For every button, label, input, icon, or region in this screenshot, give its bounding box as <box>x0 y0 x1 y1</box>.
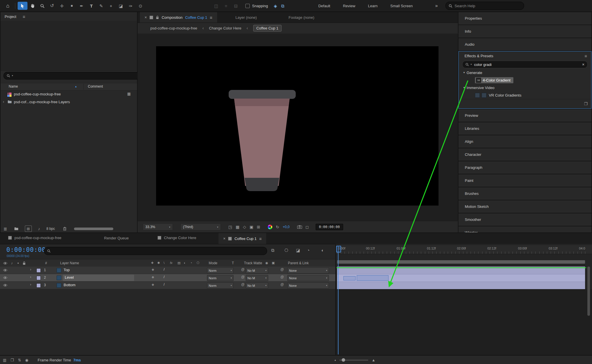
work-area-bar[interactable] <box>337 260 585 264</box>
toggle-switches-icon[interactable]: ▥ <box>3 358 6 362</box>
collapse-switch-icon[interactable]: ❖ <box>151 276 154 279</box>
search-options-caret-icon[interactable]: ▾ <box>12 75 13 77</box>
timeline-search-input[interactable] <box>52 249 264 254</box>
panel-header-properties[interactable]: Properties <box>458 12 591 25</box>
effects-group-generate[interactable]: ▾ Generate <box>459 69 591 76</box>
layer-bar-level[interactable] <box>337 274 585 282</box>
snapshot-camera-icon[interactable] <box>297 225 302 229</box>
workspace-tab-small-screen[interactable]: Small Screen <box>390 4 412 8</box>
tab-layer[interactable]: Layer (none) <box>236 15 257 20</box>
column-layer-name[interactable]: Layer Name <box>60 261 79 265</box>
project-panel-menu-icon[interactable]: ≡ <box>23 14 25 19</box>
timeline-tab-coffee-cup-active[interactable]: × Coffee Cup 1 ≡ <box>219 233 266 244</box>
project-panel-title[interactable]: Project <box>5 14 16 19</box>
trash-icon[interactable] <box>63 227 66 231</box>
column-name[interactable]: Name <box>9 84 18 88</box>
effects-group-immersive-video[interactable]: ▾ Immersive Video <box>459 84 591 91</box>
brush-tool-button[interactable]: ✎ <box>96 2 106 10</box>
panel-header-paragraph[interactable]: Paragraph <box>458 161 591 174</box>
composition-flowchart-icon[interactable]: ⧉ <box>271 248 274 252</box>
lock-icon[interactable] <box>156 16 159 19</box>
panel-header-brushes[interactable]: Brushes <box>458 187 591 200</box>
quality-switch-icon[interactable]: / <box>164 283 164 286</box>
column-t[interactable]: T <box>232 261 234 265</box>
blend-mode-select[interactable]: Norm▾ <box>207 282 234 289</box>
project-search-input[interactable] <box>15 73 137 78</box>
timeline-tab-change-color[interactable]: Change Color Here <box>158 236 196 240</box>
clone-stamp-tool-button[interactable]: ⌖ <box>106 2 116 10</box>
breadcrumb-current[interactable]: Coffee Cup 1 <box>253 25 282 32</box>
workspace-overflow-chevron[interactable]: » <box>435 3 438 8</box>
eye-toggle-icon[interactable] <box>3 276 8 279</box>
layer-row-bottom[interactable]: › 3 Bottom ❖ / Norm▾ @ No M▾ @ None▾ <box>0 282 335 289</box>
workspace-tab-learn[interactable]: Learn <box>368 4 378 8</box>
sort-ascending-icon[interactable]: ▴ <box>75 85 77 88</box>
panel-header-smoother[interactable]: Smoother <box>458 213 591 226</box>
list-view-icon[interactable]: ≣ <box>3 227 7 231</box>
axis-mode-local-button[interactable]: ◫ <box>211 2 221 10</box>
tab-footage[interactable]: Footage (none) <box>288 15 314 20</box>
layer-row-level-selected[interactable]: › 2 Level ❖ / Norm▾ @ No M▾ @ None▾ <box>0 274 335 282</box>
exposure-value[interactable]: +0,0 <box>283 225 290 229</box>
snapping-checkbox[interactable] <box>245 4 250 8</box>
time-ruler[interactable]: 0:00f 00:12f 01:00f 01:12f 02:00f 02:12f… <box>336 245 592 254</box>
snap-features-icon[interactable]: ⧉ <box>281 4 284 8</box>
panel-header-wiggler[interactable]: Wiggler <box>458 226 591 232</box>
project-item-row[interactable]: › psd-cof...cup-mockup-free Layers <box>1 98 137 106</box>
channel-wheel-icon[interactable] <box>268 225 272 229</box>
selection-tool-button[interactable] <box>18 2 27 10</box>
rotate-tool-button[interactable]: ↺ <box>47 2 57 10</box>
playhead-line[interactable] <box>338 246 338 354</box>
column-mode[interactable]: Mode <box>209 261 217 265</box>
track-matte-select[interactable]: No M▾ <box>246 282 268 289</box>
shy-layers-icon[interactable]: ◪ <box>296 248 300 252</box>
project-item-row[interactable]: psd-coffee-cup-mockup-free ▦ <box>1 90 137 98</box>
track-matte-select[interactable]: No M▾ <box>246 267 268 274</box>
collapse-switch-icon[interactable]: ❖ <box>151 268 154 271</box>
expand-chevron-icon[interactable]: › <box>3 100 4 104</box>
parent-pickwhip-icon[interactable]: @ <box>280 275 284 279</box>
vertical-scrollbar-thumb[interactable] <box>587 267 590 316</box>
panel-header-align[interactable]: Align <box>458 135 591 148</box>
shape-tool-button[interactable]: ■ <box>67 2 77 10</box>
zoom-in-mountain-icon[interactable]: ▲ <box>372 358 375 362</box>
effects-item-vr-color-gradients[interactable]: VR Color Gradients <box>459 91 591 99</box>
close-tab-icon[interactable]: × <box>145 15 147 19</box>
home-icon[interactable]: ⌂ <box>3 2 13 10</box>
fast-previews-icon[interactable]: ◳ <box>228 225 232 229</box>
transparency-grid-icon[interactable]: ▦ <box>236 225 239 229</box>
panel-header-paint[interactable]: Paint <box>458 174 591 187</box>
zoom-select[interactable]: 33.3%▾ <box>143 223 173 230</box>
parent-link-select[interactable]: None▾ <box>287 267 329 274</box>
label-color-swatch[interactable] <box>36 283 41 288</box>
toggle-inout-icon[interactable]: ⇅ <box>18 358 21 362</box>
panel-header-info[interactable]: Info <box>458 25 591 38</box>
breadcrumb-middle[interactable]: Change Color Here <box>209 26 241 30</box>
show-snapshot-icon[interactable]: ◻ <box>306 225 309 229</box>
zoom-out-mountain-icon[interactable]: ▲ <box>334 359 336 361</box>
workspace-tab-default[interactable]: Default <box>318 4 330 8</box>
timeline-zoom-slider[interactable] <box>339 360 368 361</box>
puppet-pin-tool-button[interactable]: ⊙ <box>136 2 145 10</box>
resolution-select[interactable]: (Third)▾ <box>180 223 221 230</box>
effects-presets-header[interactable]: Effects & Presets ≡ <box>459 51 591 60</box>
new-folder-icon[interactable] <box>14 227 18 230</box>
toggle-transfer-icon[interactable]: ❐ <box>10 358 14 362</box>
panel-menu-icon[interactable]: ≡ <box>210 15 212 20</box>
help-search-input[interactable] <box>454 3 521 8</box>
new-panel-icon[interactable]: ❐ <box>584 102 588 106</box>
layer-name-selected[interactable]: Level <box>63 275 134 281</box>
parent-link-select[interactable]: None▾ <box>287 275 329 281</box>
axis-mode-world-button[interactable]: ⌗ <box>221 2 231 10</box>
collapse-switch-icon[interactable]: ❖ <box>151 283 154 287</box>
tab-composition-active[interactable]: × Composition Coffee Cup 1 ≡ <box>140 12 217 23</box>
zoom-slider-knob[interactable] <box>342 358 345 362</box>
panel-header-libraries[interactable]: Libraries <box>458 122 591 135</box>
caret-down-icon[interactable]: ▾ <box>463 71 465 74</box>
parent-link-select[interactable]: None▾ <box>287 282 329 289</box>
selected-clip-handle[interactable] <box>343 276 356 280</box>
reset-exposure-icon[interactable]: ↻ <box>276 225 279 229</box>
track-matte-select[interactable]: No M▾ <box>246 275 268 281</box>
column-parent-link[interactable]: Parent & Link <box>288 261 309 265</box>
bpc-button[interactable]: 8 bpc <box>47 227 55 231</box>
